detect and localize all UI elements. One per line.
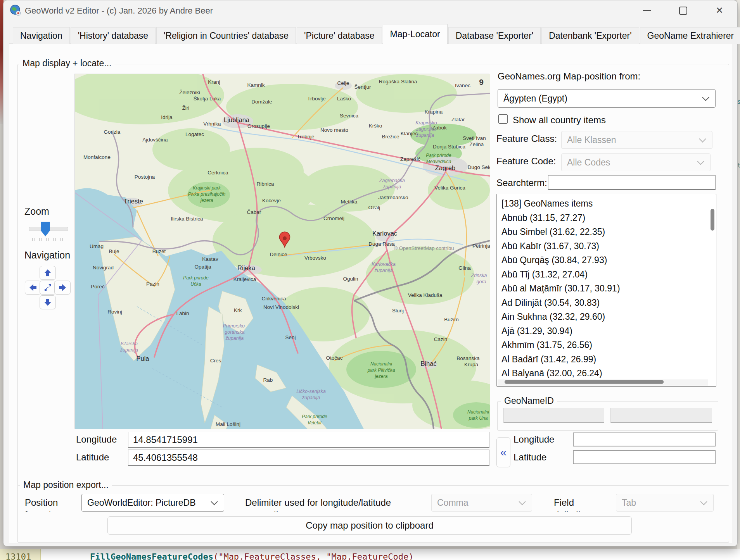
tab-datenbank-exporter[interactable]: Datenbank 'Exporter' [541,27,639,44]
svg-text:Park prirode: Park prirode [302,414,327,419]
horizontal-scrollbar[interactable] [498,379,708,386]
show-all-country-items-checkbox[interactable] [498,114,508,124]
pan-down-button[interactable] [40,295,56,309]
geonames-item[interactable]: Ad Dilinjāt (30.54, 30.83) [501,296,706,310]
geonameid-groupbox-label: GeoNameID [501,396,557,406]
svg-text:Ajdovščina: Ajdovščina [142,137,168,143]
geonames-item[interactable]: Abū Tīj (31.32, 27.04) [501,267,706,282]
tab-strip: Navigation'History' database'Religion in… [13,25,740,44]
svg-text:park Plitvička: park Plitvička [367,367,395,373]
feature-code-select: Alle Codes [561,153,711,171]
horizontal-scrollbar-thumb[interactable] [505,380,664,384]
geonames-item[interactable]: Abū al Maţāmīr (30.17, 30.91) [501,281,706,296]
svg-text:9: 9 [479,78,484,86]
background-code-glyph: s [737,98,740,105]
svg-text:Ogulin: Ogulin [343,276,358,282]
maximize-button[interactable] [674,4,692,17]
geonames-item[interactable]: Akhmīm (31.75, 26.56) [501,338,706,352]
svg-text:Kočevje: Kočevje [262,198,281,203]
geoname-longitude-input[interactable] [573,432,716,446]
arrow-left-icon [29,284,37,291]
arrow-right-icon [59,284,66,291]
pan-right-button[interactable] [54,281,71,295]
position-format-select[interactable]: GeoWorldEditor: PictureDB [81,494,224,512]
svg-text:Zagrebačka: Zagrebačka [379,178,405,183]
map-longitude-input[interactable] [128,432,489,448]
svg-text:Opatija: Opatija [195,264,211,270]
svg-text:Glina: Glina [458,265,471,271]
geonames-item[interactable]: Ajā (31.29, 30.94) [501,324,706,338]
tab-geoname-extrahierer[interactable]: GeoName Extrahierer [640,27,740,44]
tab-navigation[interactable]: Navigation [13,27,70,44]
arrow-up-icon [44,269,52,277]
svg-text:Slunj: Slunj [392,308,404,314]
svg-text:Rab: Rab [263,377,273,383]
field-delimiter-label: Field delimiter [554,497,608,512]
svg-text:Donja Stubica: Donja Stubica [433,144,466,150]
feature-class-select: Alle Klassen [561,131,712,149]
geonames-item[interactable]: Abū Qurqāş (30.84, 27.93) [501,253,706,267]
minimize-button[interactable] [638,4,656,17]
country-select[interactable]: Ägypten (Egypt) [498,89,716,108]
tab-map-locator[interactable]: Map-Locator [383,24,448,44]
svg-text:Ljubljana: Ljubljana [224,116,250,123]
searchterm-input[interactable] [548,175,716,190]
pan-up-button[interactable] [40,266,56,280]
geoname-latitude-input[interactable] [573,450,716,464]
svg-text:županija: županija [383,184,401,190]
close-button[interactable]: ✕ [711,4,728,17]
geonames-item[interactable]: Al Badārī (31.42, 26.99) [501,352,706,367]
tab-database-exporter[interactable]: Database 'Exporter' [448,27,541,44]
geonames-item[interactable]: Abnūb (31.15, 27.27) [501,211,706,225]
vertical-scrollbar-thumb[interactable] [711,209,714,231]
geonames-item[interactable]: Ain Sukhna (32.32, 29.60) [501,310,706,324]
svg-text:Postojna: Postojna [135,174,155,180]
svg-text:Novi Vinodolski: Novi Vinodolski [263,304,299,310]
geonames-item[interactable]: Al Balyanā (32.00, 26.24) [501,366,706,379]
tab-religion-in-countries-database[interactable]: 'Religion in Countries' database [156,27,296,44]
map-latitude-input[interactable] [128,450,489,466]
map-display-groupbox-label: Map display + locate... [19,58,114,69]
svg-text:Zagreb: Zagreb [435,164,455,171]
show-all-country-items-label: Show all country items [513,115,606,126]
country-select-value: Ägypten (Egypt) [503,93,567,104]
zoom-slider[interactable] [29,222,67,242]
svg-text:Karlovac: Karlovac [372,230,397,237]
geonames-list-header[interactable]: [138] GeoNames items [501,196,706,211]
geonames-listbox[interactable]: [138] GeoNames itemsAbnūb (31.15, 27.27)… [496,194,716,387]
center-map-button[interactable] [40,281,56,295]
svg-text:Zlatar: Zlatar [451,117,465,122]
svg-text:Sevnica: Sevnica [340,113,359,119]
delimiter-value: Comma [437,498,469,508]
geonames-list: [138] GeoNames itemsAbnūb (31.15, 27.27)… [501,196,706,379]
code-text: FillGeoNamesFeatureCodes("Map.FeatureCla… [90,552,413,560]
svg-text:Jastrebarsko: Jastrebarsko [378,195,408,200]
svg-text:Kastav: Kastav [202,256,218,262]
geonameid-field-1[interactable] [503,408,604,423]
svg-text:Žiri: Žiri [182,105,190,111]
svg-text:županija: županija [302,395,320,400]
svg-text:Rogaška Slatina: Rogaška Slatina [379,79,417,84]
svg-text:Grosuplje: Grosuplje [247,123,270,129]
svg-text:Metlika: Metlika [341,199,358,205]
svg-text:Brežice: Brežice [382,134,399,140]
tab-history-database[interactable]: 'History' database [71,27,156,44]
zoom-slider-thumb[interactable] [41,222,50,236]
move-resize-icon [43,283,52,292]
geonameid-field-2[interactable] [610,408,712,423]
delimiter-label: Delimiter used for longitude/latitude se… [245,497,427,512]
double-chevron-left-icon: « [500,446,507,459]
svg-text:Ilirska Bistrica: Ilirska Bistrica [171,216,203,222]
geonames-item[interactable]: Abū Kabīr (31.67, 30.73) [501,239,706,253]
map-view[interactable]: KranjKamnikŽeleznikiŠkofja LokaDomžaleCe… [74,74,489,429]
svg-text:Velebit: Velebit [308,420,322,426]
geonames-item[interactable]: Abu Simbel (31.62, 22.35) [501,225,706,239]
svg-text:Gorizia: Gorizia [104,129,121,135]
map-position-export-label: Map position export... [20,480,112,490]
tab-picture-database[interactable]: 'Picture' database [297,27,382,44]
feature-code-label: Feature Code: [496,156,556,167]
pan-left-button[interactable] [25,281,41,295]
copy-map-position-button[interactable]: Copy map position to clipboard [107,516,632,535]
geoname-longitude-label: Longitude [514,434,554,445]
transfer-position-button[interactable]: « [496,437,510,467]
